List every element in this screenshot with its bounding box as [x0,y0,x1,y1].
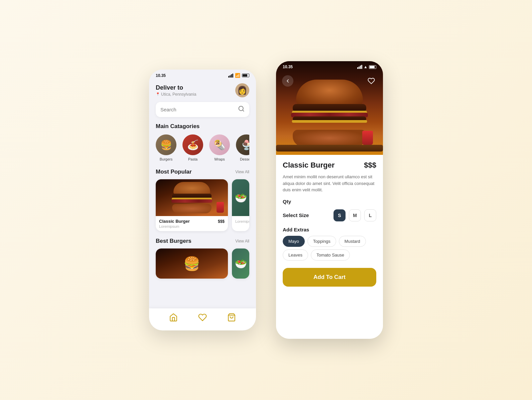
best-burger-card-1[interactable]: 🍔 [156,248,228,279]
battery-icon-1 [242,74,249,77]
wraps-label: Wraps [214,157,225,161]
most-popular-header: Most Popular View All [156,169,249,175]
burgers-icon: 🍔 [156,134,176,155]
phone2-detail-body: Classic Burger $$$ Amet minim mollit non… [276,155,383,339]
burgers-label: Burgers [160,157,173,161]
qty-row: Qty [283,199,376,205]
extra-mayo-chip[interactable]: Mayo [283,236,305,247]
extra-tomato-chip[interactable]: Tomato Sause [311,249,350,261]
qty-label: Qty [283,199,291,204]
location-pin-icon: 📍 [156,92,160,96]
wraps-icon: 🌯 [209,134,230,155]
category-dessert[interactable]: 🍨 Dessert [236,134,249,161]
extras-label: Add Extras [283,227,376,232]
bottom-nav [149,308,256,330]
add-to-cart-button[interactable]: Add To Cart [283,268,376,287]
most-popular-cards: Classic Burger $$$ Loremipsum 🥗 Loremips… [156,179,249,231]
deliver-to-info: Deliver to 📍 Utica, Pennsylvania [156,84,196,97]
phone2-time: 10.35 [283,65,293,69]
phone1: 10.35 📶 Deliver to [149,70,256,330]
search-input[interactable] [160,107,238,112]
item-description: Amet minim mollit non deserunt ullamco e… [283,174,376,193]
back-button[interactable] [282,75,293,87]
best-burger-card-2[interactable]: 🥗 [232,248,249,279]
phone2-signal-icon [357,65,362,69]
extra-mustard-chip[interactable]: Mustard [339,236,366,247]
search-bar[interactable] [156,102,249,117]
hero-bun-bottom [293,130,366,146]
extra-toppings-chip[interactable]: Toppings [307,236,336,247]
deliver-to-label: Deliver to [156,84,196,91]
hero-red-cup [362,131,373,145]
deliver-to-row: Deliver to 📍 Utica, Pennsylvania 👩 [156,83,249,97]
item-name: Classic Burger [283,161,335,170]
phone2-wifi-icon: ▲ [364,65,368,69]
deliver-location: 📍 Utica, Pennsylvania [156,92,196,97]
most-popular-title: Most Popular [156,169,192,175]
food-card-classic-burger[interactable]: Classic Burger $$$ Loremipsum [156,179,228,231]
best-burgers-cards: 🍔 🥗 [156,248,249,279]
phone1-main-content: Deliver to 📍 Utica, Pennsylvania 👩 [149,79,256,308]
food-card-title-1: Classic Burger [159,219,190,224]
categories-row: 🍔 Burgers 🍝 Pasta 🌯 Wraps 🍨 Dessert [156,134,249,161]
category-wraps[interactable]: 🌯 Wraps [209,134,230,161]
hero-image: 10.35 ▲ [276,61,383,155]
nav-home-icon[interactable] [169,313,178,324]
size-m-button[interactable]: M [349,209,361,221]
best-burgers-title: Best Burgers [156,238,191,244]
dessert-icon: 🍨 [236,134,249,155]
phone2-status-icons: ▲ [357,65,376,69]
hero-cheese-2 [292,120,367,123]
signal-icon-1 [228,74,233,78]
status-icons-1: 📶 [228,73,249,78]
size-l-button[interactable]: L [364,209,376,221]
time-1: 10.35 [156,73,166,78]
food-card-price-1: $$$ [218,219,225,224]
categories-title: Main Catagories [156,123,249,130]
avatar[interactable]: 👩 [235,83,249,97]
food-card-body-1: Classic Burger $$$ Loremipsum [156,216,228,231]
food-card-sub-1: Loremipsum [159,224,225,228]
phone2: 10.35 ▲ [276,61,383,339]
food-card-cheese[interactable]: 🥗 Loremipsum [232,179,249,231]
pasta-label: Pasta [188,157,197,161]
status-bar-1: 10.35 📶 [149,70,256,79]
search-icon[interactable] [238,105,245,114]
phones-container: 10.35 📶 Deliver to [136,41,396,359]
food-card-sub-2: Loremipsum [235,219,246,223]
wifi-icon-1: 📶 [235,73,240,78]
phone2-battery-icon [369,65,376,69]
size-s-button[interactable]: S [334,209,346,221]
select-size-label: Select Size [283,212,309,218]
best-burgers-view-all[interactable]: View All [235,239,249,243]
favorite-button[interactable] [366,75,377,87]
extras-chips: Mayo Toppings Mustard Leaves Tomato Saus… [283,236,376,261]
category-pasta[interactable]: 🍝 Pasta [182,134,203,161]
extra-leaves-chip[interactable]: Leaves [283,249,308,261]
food-card-body-2: Loremipsum [232,216,249,226]
most-popular-view-all[interactable]: View All [235,170,249,174]
size-options: S M L [334,209,376,221]
nav-bag-icon[interactable] [227,313,236,324]
phone2-status-bar: 10.35 ▲ [276,61,383,71]
item-price: $$$ [364,161,376,170]
category-burgers[interactable]: 🍔 Burgers [156,134,176,161]
nav-heart-icon[interactable] [198,313,207,324]
best-burgers-header: Best Burgers View All [156,238,249,244]
pasta-icon: 🍝 [182,134,203,155]
dessert-label: Dessert [240,157,249,161]
hero-board [276,145,383,152]
extras-section: Add Extras Mayo Toppings Mustard Leaves … [283,227,376,261]
size-row: Select Size S M L [283,209,376,221]
item-title-row: Classic Burger $$$ [283,161,376,170]
